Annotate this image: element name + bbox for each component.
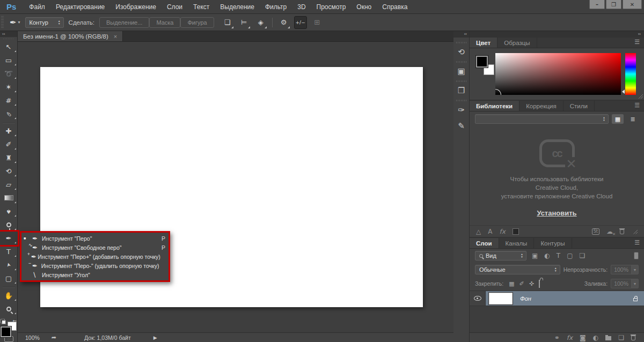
lock-paint-icon[interactable]: ✐ [519,280,524,287]
menu-item[interactable]: Файл [24,3,50,11]
brush-tool[interactable]: ✐ [0,138,18,151]
panel-menu-icon[interactable]: ☰ [634,101,644,111]
pen-tool-item[interactable]: ■ ✒ Инструмент "Перо" P [21,234,169,243]
clone-stamp-tool[interactable]: ♜ [0,151,18,165]
gradient-tool[interactable] [0,191,18,205]
delete-layer-icon[interactable] [631,334,635,340]
panel-resize-grip[interactable] [632,229,638,234]
dock-expand-button[interactable]: ‹‹ [453,31,469,38]
make-shape-button[interactable]: Фигура [180,17,214,28]
fill-input[interactable]: 100% ▼ [611,279,639,288]
hue-ramp[interactable] [625,53,636,95]
add-mask-icon[interactable]: ◙ [580,334,586,341]
add-layer-style-icon[interactable]: fx [499,228,505,235]
options-separator[interactable] [272,18,273,27]
selected-layer[interactable]: Фон [486,291,644,306]
separator[interactable] [0,121,18,124]
filter-type-icon[interactable]: T [557,252,560,259]
status-arrow-icon[interactable]: ▶ [153,335,157,340]
type-tool[interactable]: T [0,245,18,258]
rectangle-tool[interactable]: ▢ [0,272,18,285]
menu-item[interactable]: Текст [188,3,215,11]
menu-item[interactable]: Фильтр [260,3,292,11]
crop-tool[interactable]: # [0,94,18,107]
move-tool[interactable]: ↖ [0,40,18,54]
make-selection-button[interactable]: Выделение... [99,17,149,28]
path-align-icon[interactable]: ⊨ [238,16,251,29]
dodge-tool[interactable] [0,218,18,232]
menu-item[interactable]: Выделение [215,3,260,11]
auto-add-delete-icon[interactable]: +/− [294,16,307,29]
panel-tab[interactable]: Стили [564,101,595,111]
path-selection-tool[interactable]: ➤ [0,258,18,272]
pick-tool-mode-select[interactable]: Контур [25,17,64,28]
panels-collapse-button[interactable]: ›› [470,31,644,38]
history-panel-icon[interactable]: ⟲ [456,38,467,57]
healing-brush-tool[interactable]: ✚ [0,124,18,138]
freeform-pen-tool-item[interactable]: ∿ ✒ Инструмент "Свободное перо" P [21,243,169,252]
options-grip[interactable] [1,16,4,28]
add-anchor-tool-item[interactable]: + ✒ Инструмент "Перо+" (добавить опорную… [21,252,169,261]
foreground-color-swatch[interactable] [1,326,11,337]
filter-adjustment-icon[interactable]: ◐ [544,252,550,259]
visibility-cell[interactable] [470,291,486,306]
layer-style-icon[interactable]: fx [567,334,573,341]
opacity-input[interactable]: 100% ▼ [611,265,639,274]
magic-wand-tool[interactable]: ✶ [0,80,18,94]
panel-tab[interactable]: Коррекция [519,101,564,111]
default-colors-icon[interactable] [1,319,6,324]
saturation-brightness-field[interactable] [495,53,621,95]
path-arrange-icon[interactable]: ◈ [254,16,267,29]
adjustment-layer-icon[interactable]: ◐ [593,334,598,341]
toolbar-collapse-button[interactable]: ›› [0,31,17,37]
panel-tab[interactable]: Слои [470,238,499,248]
export-icon[interactable]: ➦ [52,334,56,341]
cc-sync-icon[interactable]: ☁ [606,228,613,235]
filter-type-select[interactable]: Вид [475,251,526,261]
foreground-color-swatch[interactable] [476,56,488,68]
path-operations-icon[interactable]: ❏ [221,16,234,29]
filter-image-icon[interactable]: ▣ [532,252,538,259]
separator[interactable] [0,285,18,289]
panel-menu-icon[interactable]: ☰ [634,238,644,248]
panel-tab[interactable]: Цвет [470,38,497,48]
new-layer-icon[interactable]: ❏ [618,334,624,341]
properties-panel-icon[interactable]: ▣ [456,57,467,76]
menu-item[interactable]: Окно [351,3,377,11]
filter-shape-icon[interactable]: ▢ [567,252,573,259]
convert-point-tool-item[interactable]: ∖ Инструмент "Угол" [21,270,169,279]
minimize-button[interactable]: – [589,0,605,9]
add-graphic-icon[interactable]: △ [476,228,481,235]
make-mask-button[interactable]: Маска [149,17,180,28]
lock-transparency-icon[interactable]: ▦ [509,280,514,287]
menu-item[interactable]: 3D [292,3,311,11]
pen-tool[interactable]: ✒ [0,232,18,245]
close-button[interactable]: ✕ [623,0,642,9]
panel-tab[interactable]: Контуры [534,238,572,248]
close-icon[interactable]: × [114,33,117,40]
panel-tab[interactable]: Образцы [497,38,537,48]
menu-item[interactable]: Редактирование [50,3,110,11]
info-panel-icon[interactable]: ❐ [456,76,467,95]
library-trash-icon[interactable] [620,228,624,234]
menu-item[interactable]: Просмотр [311,3,352,11]
layer-row-background[interactable]: Фон [470,291,644,306]
panel-resize-grip[interactable] [638,93,643,99]
marquee-tool[interactable]: ▭ [0,54,18,67]
filtering-toggle[interactable] [634,252,639,259]
install-link[interactable]: Установить [537,209,576,217]
adobe-stock-icon[interactable]: St [592,228,599,235]
hand-tool[interactable]: ✋ [0,289,18,302]
history-brush-tool[interactable]: ⟲ [0,165,18,178]
new-group-icon[interactable] [605,335,611,340]
menu-item[interactable]: Справка [377,3,413,11]
lasso-tool[interactable]: ➰ [0,67,18,80]
brushes-panel-icon[interactable]: ✑ [456,95,467,115]
panel-tab[interactable]: Библиотеки [470,101,519,111]
link-layers-icon[interactable]: ⚭ [554,334,560,341]
grid-view-button[interactable]: ▦ [612,114,624,124]
layer-thumbnail[interactable] [489,293,513,304]
field-slider-arrow[interactable] [622,90,625,94]
geometry-options-icon[interactable]: ⚙ [277,16,290,29]
current-tool-button[interactable]: ✒ ▾ [10,18,20,27]
